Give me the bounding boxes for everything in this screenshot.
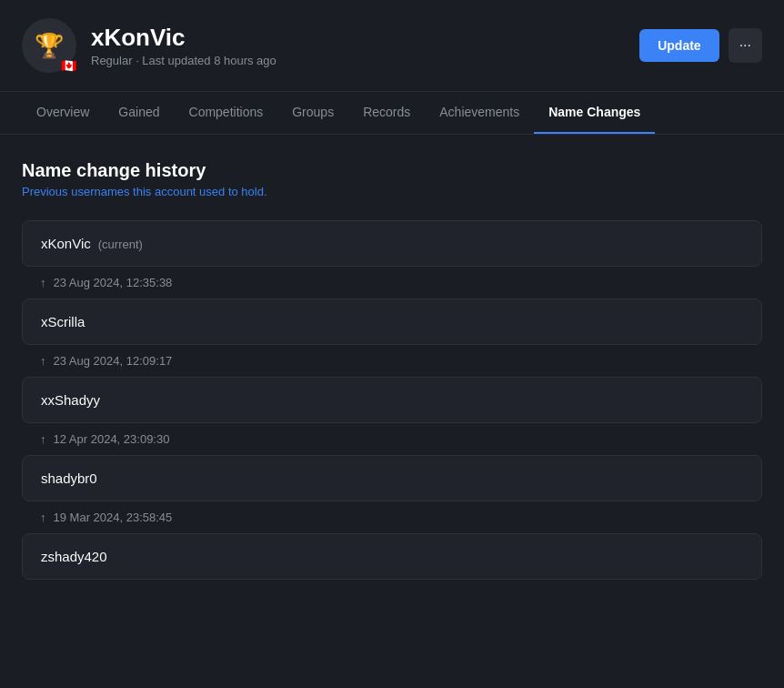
- avatar-flag: 🇨🇦: [61, 58, 76, 73]
- content: Name change history Previous usernames t…: [0, 135, 784, 605]
- name-entries-list: xKonVic(current)↑23 Aug 2024, 12:35:38xS…: [22, 220, 762, 580]
- timestamp-text: 23 Aug 2024, 12:35:38: [54, 276, 173, 289]
- avatar-icon: 🏆: [35, 32, 64, 60]
- timestamp-text: 19 Mar 2024, 23:58:45: [54, 511, 173, 524]
- header-actions: Update ···: [639, 28, 762, 63]
- timestamp-text: 12 Apr 2024, 23:09:30: [54, 432, 170, 446]
- nav-tabs: OverviewGainedCompetitionsGroupsRecordsA…: [0, 92, 784, 135]
- tab-records[interactable]: Records: [348, 92, 425, 134]
- section-subtitle: Previous usernames this account used to …: [22, 185, 762, 198]
- entry-name: xScrilla: [41, 314, 85, 329]
- user-info: xKonVic Regular · Last updated 8 hours a…: [91, 24, 639, 67]
- avatar: 🏆 🇨🇦: [22, 18, 76, 73]
- arrow-up-icon: ↑: [40, 432, 46, 446]
- more-button[interactable]: ···: [729, 28, 762, 63]
- name-entry: zshady420: [22, 533, 762, 580]
- name-entry: xxShadyy: [22, 377, 762, 423]
- arrow-up-icon: ↑: [40, 276, 46, 289]
- name-entry: xScrilla: [22, 298, 762, 345]
- arrow-up-icon: ↑: [40, 354, 46, 368]
- arrow-up-icon: ↑: [40, 511, 46, 524]
- timestamp-row: ↑23 Aug 2024, 12:09:17: [22, 345, 762, 377]
- name-entry: shadybr0: [22, 455, 762, 501]
- entry-name: xKonVic: [41, 236, 91, 251]
- tab-achievements[interactable]: Achievements: [425, 92, 534, 134]
- timestamp-text: 23 Aug 2024, 12:09:17: [54, 354, 173, 368]
- user-name: xKonVic: [91, 24, 639, 52]
- header: 🏆 🇨🇦 xKonVic Regular · Last updated 8 ho…: [0, 0, 784, 92]
- name-entry: xKonVic(current): [22, 220, 762, 267]
- tab-gained[interactable]: Gained: [104, 92, 174, 134]
- entry-name: shadybr0: [41, 470, 97, 486]
- timestamp-row: ↑12 Apr 2024, 23:09:30: [22, 423, 762, 455]
- section-title: Name change history: [22, 160, 762, 181]
- tab-competitions[interactable]: Competitions: [175, 92, 278, 134]
- user-meta: Regular · Last updated 8 hours ago: [91, 54, 639, 67]
- timestamp-row: ↑23 Aug 2024, 12:35:38: [22, 267, 762, 298]
- timestamp-row: ↑19 Mar 2024, 23:58:45: [22, 501, 762, 533]
- tab-groups[interactable]: Groups: [277, 92, 348, 134]
- update-button[interactable]: Update: [639, 29, 719, 62]
- tab-overview[interactable]: Overview: [22, 92, 104, 134]
- entry-name: zshady420: [41, 549, 107, 564]
- tab-name-changes[interactable]: Name Changes: [534, 92, 655, 134]
- entry-name: xxShadyy: [41, 392, 100, 408]
- current-badge: (current): [98, 238, 143, 251]
